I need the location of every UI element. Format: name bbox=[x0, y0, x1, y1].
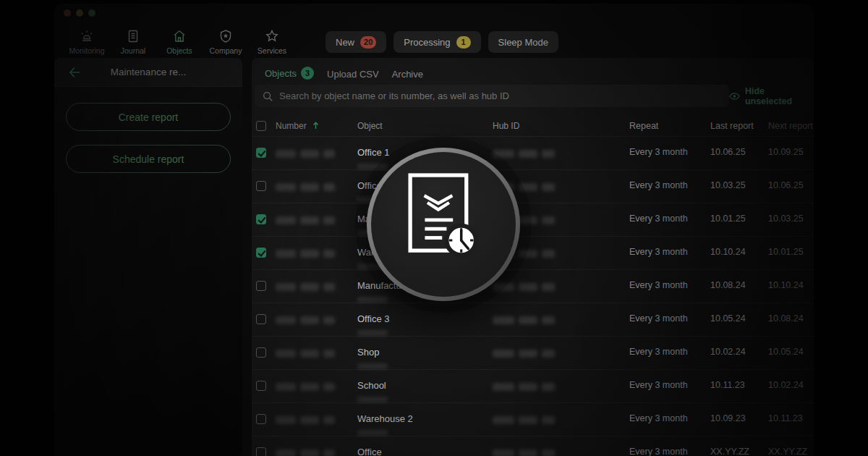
tab-upload-csv[interactable]: Upload CSV bbox=[324, 64, 382, 87]
next-report-date: 10.08.24 bbox=[768, 313, 804, 324]
sleep-mode-button[interactable]: Sleep Mode bbox=[488, 31, 558, 53]
next-report-date: 10.09.25 bbox=[768, 147, 804, 157]
table-row[interactable]: WarEvery 3 month10.10.2410.01.25 bbox=[252, 236, 814, 269]
row-checkbox[interactable] bbox=[256, 381, 266, 391]
new-count-badge: 20 bbox=[360, 36, 376, 48]
nav-label: Monitoring bbox=[69, 46, 104, 55]
table-row[interactable]: Office 3Every 3 month10.05.2410.08.24 bbox=[252, 303, 814, 336]
next-report-date: 10.11.23 bbox=[768, 413, 803, 423]
last-report-date: 10.01.25 bbox=[710, 214, 746, 224]
table-row[interactable]: MaEvery 3 month10.01.2510.03.25 bbox=[252, 203, 814, 236]
redacted-address bbox=[357, 330, 388, 336]
row-checkbox[interactable] bbox=[256, 347, 266, 358]
shield-star-icon bbox=[218, 29, 233, 43]
nav-label: Company bbox=[210, 46, 242, 55]
sort-asc-icon bbox=[312, 122, 319, 130]
new-button-label: New bbox=[336, 37, 354, 48]
schedule-report-button[interactable]: Schedule report bbox=[66, 145, 231, 173]
processing-count-badge: 1 bbox=[456, 36, 471, 48]
tab-objects[interactable]: Objects 3 bbox=[262, 64, 317, 87]
object-name: Office 1 bbox=[357, 147, 390, 158]
repeat-value: Every 3 month bbox=[629, 380, 688, 390]
next-report-date: 10.01.25 bbox=[768, 247, 804, 257]
create-report-button[interactable]: Create report bbox=[66, 103, 231, 131]
hide-unselected-toggle[interactable]: Hide unselected bbox=[729, 86, 809, 106]
row-checkbox[interactable] bbox=[256, 214, 266, 224]
row-checkbox[interactable] bbox=[256, 447, 266, 456]
row-checkbox[interactable] bbox=[256, 248, 266, 258]
top-navbar: Monitoring Journal Objects Company bbox=[54, 22, 814, 62]
tab-label: Upload CSV bbox=[327, 69, 379, 80]
search-icon bbox=[262, 90, 273, 102]
search-box bbox=[255, 85, 729, 107]
row-checkbox[interactable] bbox=[256, 181, 266, 191]
minimize-window-icon[interactable] bbox=[76, 9, 83, 17]
redacted-hub-id bbox=[493, 447, 559, 456]
last-report-date: XX.YY.ZZ bbox=[710, 447, 749, 456]
table-row[interactable]: SchoolEvery 3 month10.11.2310.02.24 bbox=[252, 369, 814, 402]
nav-item-company[interactable]: Company bbox=[203, 29, 249, 55]
repeat-value: Every 3 month bbox=[629, 447, 688, 456]
nav-item-objects[interactable]: Objects bbox=[156, 29, 203, 55]
tab-label: Objects bbox=[265, 68, 297, 79]
title-bar bbox=[54, 4, 814, 22]
row-checkbox[interactable] bbox=[256, 148, 266, 158]
journal-icon bbox=[126, 29, 140, 43]
search-input[interactable] bbox=[279, 90, 722, 101]
column-header-repeat[interactable]: Repeat bbox=[629, 121, 658, 131]
repeat-value: Every 3 month bbox=[629, 413, 688, 423]
redacted-object-number bbox=[276, 147, 339, 160]
next-report-date: 10.10.24 bbox=[768, 280, 804, 290]
repeat-value: Every 3 month bbox=[629, 180, 688, 190]
table-body: Office 1Every 3 month10.06.2510.09.25Off… bbox=[252, 136, 814, 456]
redacted-object-number bbox=[276, 247, 339, 260]
row-checkbox[interactable] bbox=[256, 281, 266, 291]
repeat-value: Every 3 month bbox=[629, 313, 688, 324]
repeat-value: Every 3 month bbox=[629, 147, 688, 157]
star-icon bbox=[265, 29, 279, 43]
object-name: Office 3 bbox=[357, 313, 390, 324]
table-row[interactable]: Warehouse 2Every 3 month10.09.2310.11.23 bbox=[252, 402, 814, 436]
row-checkbox[interactable] bbox=[256, 414, 266, 424]
column-header-number[interactable]: Number bbox=[276, 121, 319, 131]
nav-label: Objects bbox=[166, 46, 192, 55]
table-row[interactable]: OfficeEvery 3 month10.03.2510.06.25 bbox=[252, 169, 814, 203]
column-header-object[interactable]: Object bbox=[357, 121, 383, 131]
back-button[interactable] bbox=[67, 65, 82, 83]
object-name: Warehouse 2 bbox=[357, 413, 413, 424]
nav-item-monitoring[interactable]: Monitoring bbox=[64, 29, 110, 55]
table-row[interactable]: ShopEvery 3 month10.02.2410.05.24 bbox=[252, 336, 814, 369]
tab-archive[interactable]: Archive bbox=[389, 64, 426, 87]
beacon-icon bbox=[80, 29, 94, 43]
select-all-checkbox[interactable] bbox=[256, 121, 266, 131]
redacted-object-number bbox=[276, 447, 339, 456]
tab-bar: Objects 3 Upload CSV Archive bbox=[262, 64, 426, 87]
row-checkbox[interactable] bbox=[256, 314, 266, 324]
maximize-window-icon[interactable] bbox=[88, 9, 95, 17]
next-report-date: 10.06.25 bbox=[768, 180, 804, 190]
nav-item-journal[interactable]: Journal bbox=[110, 29, 156, 55]
column-header-last-report[interactable]: Last report bbox=[710, 121, 754, 131]
table-row[interactable]: ManufactuEvery 3 month10.08.2410.10.24 bbox=[252, 269, 814, 303]
sidebar: Maintenance re... Create report Schedule… bbox=[54, 58, 242, 456]
nav-item-services[interactable]: Services bbox=[249, 29, 295, 55]
sleep-mode-label: Sleep Mode bbox=[498, 37, 548, 48]
column-header-next-report[interactable]: Next report bbox=[768, 121, 813, 131]
redacted-object-number bbox=[276, 380, 339, 393]
redacted-hub-id bbox=[493, 347, 559, 360]
next-report-date: 10.02.24 bbox=[768, 380, 804, 390]
redacted-address bbox=[357, 164, 388, 169]
close-window-icon[interactable] bbox=[64, 9, 71, 17]
eye-icon bbox=[729, 92, 740, 101]
table-row[interactable]: OfficeEvery 3 monthXX.YY.ZZXX.YY.ZZ bbox=[252, 436, 814, 456]
table-header: Number Object Hub ID Repeat Last report … bbox=[252, 116, 814, 136]
next-report-date: XX.YY.ZZ bbox=[768, 447, 807, 456]
next-report-date: 10.03.25 bbox=[768, 214, 804, 224]
column-header-hub-id[interactable]: Hub ID bbox=[493, 121, 519, 131]
processing-button[interactable]: Processing 1 bbox=[393, 31, 480, 53]
new-requests-button[interactable]: New 20 bbox=[326, 31, 386, 53]
redacted-address bbox=[357, 430, 388, 436]
redacted-object-number bbox=[276, 180, 339, 193]
repeat-value: Every 3 month bbox=[629, 280, 688, 290]
table-row[interactable]: Office 1Every 3 month10.06.2510.09.25 bbox=[252, 136, 814, 169]
